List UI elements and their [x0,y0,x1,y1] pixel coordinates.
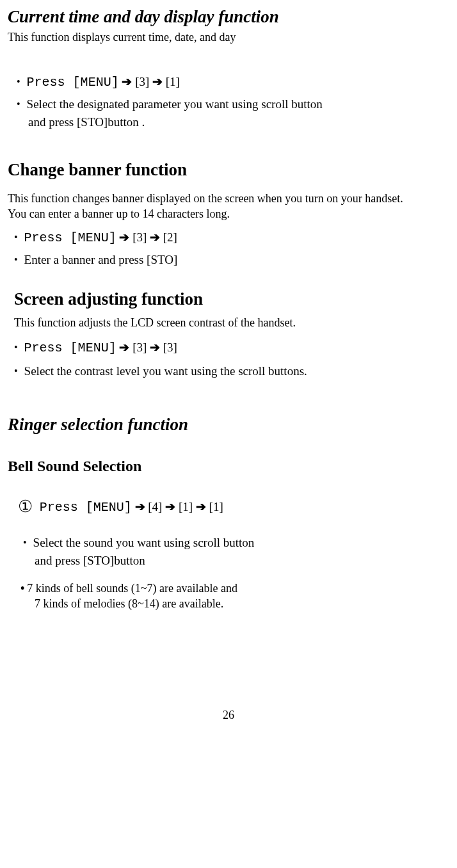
section1-title: Current time and day display function [8,5,449,28]
bullet-icon: • [20,581,24,596]
bullet-icon: • [23,534,27,551]
step-text: Press [MENU] [24,341,116,355]
section2-step1: • Press [MENU] ➔ [3] ➔ [2] [14,229,449,246]
bullet-icon: • [14,229,18,246]
step-text: Press [MENU] [40,500,132,515]
section4-subtitle: Bell Sound Selection [8,456,449,476]
arrow-icon: ➔ [122,75,132,88]
step-text: [1] [163,75,180,88]
step-text-cont: and press [STO]button . [28,114,449,131]
bullet-icon: • [14,363,18,380]
desc-line: This function changes banner displayed o… [8,191,449,206]
bullet-icon: • [14,339,18,356]
arrow-icon: ➔ [150,341,160,354]
step-text: Select the contrast level you want using… [24,363,307,380]
section3-title: Screen adjusting function [14,287,449,310]
step-text-cont: and press [STO]button [35,552,449,569]
section2-step2: • Enter a banner and press [STO] [14,252,449,268]
arrow-icon: ➔ [135,500,145,513]
section2-title: Change banner function [8,158,449,181]
section3-desc: This function adjusts the LCD screen con… [14,315,449,330]
section1-desc: This function displays current time, dat… [8,29,449,45]
section4-step1: ① Press [MENU] ➔ [4] ➔ [1] ➔ [1] [13,495,449,518]
step-text: Press [MENU] [27,75,119,90]
section4-title: Ringer selection function [8,413,449,436]
step-text: [3] [132,75,152,88]
section4-step2: • Select the sound you want using scroll… [17,534,449,569]
step-text: [4] [145,500,166,513]
step-text: Enter a banner and press [STO] [24,252,178,268]
arrow-icon: ➔ [119,230,129,244]
step-text: [3] [129,341,150,354]
step-text: [1] [175,500,196,513]
section1-step2: • Select the designated parameter you wa… [17,96,449,113]
arrow-icon: ➔ [119,341,129,354]
step-text: [3] [160,341,177,354]
circled-one-icon: ① [18,497,33,516]
arrow-icon: ➔ [150,230,160,244]
bullet-icon: • [17,96,20,113]
step-text: Press [MENU] [24,230,116,245]
page-number: 26 [8,707,449,723]
section2-desc: This function changes banner displayed o… [8,191,449,222]
arrow-icon: ➔ [196,500,206,513]
step-text: Select the sound you want using scroll b… [33,534,255,551]
bullet-icon: • [17,74,20,90]
desc-line: You can enter a banner up to 14 characte… [8,206,449,221]
section1-step1: • Press [MENU] ➔ [3] ➔ [1] [17,74,449,91]
section4-note: • 7 kinds of bell sounds (1~7) are avail… [20,581,449,596]
step-text: [1] [206,500,223,513]
arrow-icon: ➔ [152,75,163,88]
step-text: [3] [129,230,150,244]
bullet-icon: • [14,252,18,268]
step-text: Select the designated parameter you want… [27,97,323,111]
arrow-icon: ➔ [165,500,175,513]
note-text: 7 kinds of bell sounds (1~7) are availab… [27,581,237,596]
section3-step1: • Press [MENU] ➔ [3] ➔ [3] [14,339,449,357]
section3-step2: • Select the contrast level you want usi… [14,363,449,380]
note-text-cont: 7 kinds of melodies (8~14) are available… [35,596,449,611]
step-text: [2] [160,230,177,244]
